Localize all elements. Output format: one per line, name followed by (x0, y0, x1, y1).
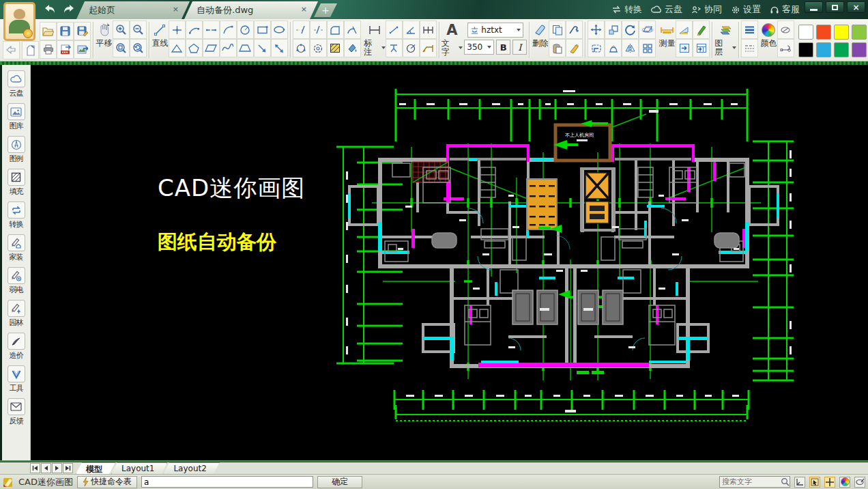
stamp-button[interactable] (605, 39, 622, 57)
sidebar-item-cloud[interactable]: 云盘 (3, 70, 30, 98)
aligned-dim-button[interactable] (386, 20, 403, 39)
double-arrow-tool-button[interactable] (271, 39, 288, 57)
open-file-button[interactable] (40, 22, 57, 40)
annotate-button[interactable] (693, 20, 710, 39)
support-button[interactable]: 客服 (770, 3, 800, 16)
tangent-arc-button[interactable] (344, 20, 361, 39)
collaborate-button[interactable]: 协同 (691, 3, 722, 16)
curve-tool-button[interactable] (220, 20, 237, 39)
layers-button[interactable] (717, 20, 734, 39)
select-mode-button[interactable] (809, 477, 820, 488)
export-pdf-button[interactable] (57, 40, 74, 59)
last-layout-button[interactable] (63, 463, 73, 473)
polygon-tool-button[interactable] (186, 39, 203, 57)
shortcut-commands-button[interactable]: 快捷命令表 (77, 476, 137, 488)
angular-dim-button[interactable] (403, 20, 420, 39)
view-3d-button[interactable] (639, 20, 656, 39)
drawing-canvas[interactable]: CAD迷你画图 图纸自动备份 (31, 65, 868, 460)
zoom-out-button[interactable] (130, 20, 147, 39)
radius-dim-button[interactable] (403, 39, 420, 57)
arrow-tool-button[interactable] (254, 39, 271, 57)
cloud-disk-button[interactable]: 云盘 (651, 3, 682, 16)
export-table-button[interactable] (693, 39, 710, 57)
undo-button[interactable] (3, 41, 20, 59)
donut-button[interactable] (310, 39, 327, 57)
font-select[interactable]: hztxt (467, 23, 523, 38)
tab-close-icon[interactable]: × (301, 5, 307, 14)
save-button[interactable] (57, 22, 74, 40)
ellipse-tool-button[interactable] (271, 20, 288, 39)
continue-dim-button[interactable] (420, 20, 437, 39)
forward-button[interactable] (61, 2, 76, 16)
trapezoid-tool-button[interactable] (237, 39, 254, 57)
first-layout-button[interactable] (30, 463, 40, 473)
copy-button[interactable] (549, 20, 566, 39)
sidebar-item-feedback[interactable]: 反馈 (3, 398, 30, 426)
tab-start-page[interactable]: 起始页 × (76, 1, 190, 19)
transparency-button[interactable] (777, 20, 794, 39)
erase-button[interactable] (532, 20, 549, 39)
save-as-button[interactable] (74, 22, 91, 40)
mirror-button[interactable] (622, 39, 639, 57)
color-swatch[interactable] (798, 25, 813, 40)
polar-array-button[interactable] (293, 39, 310, 57)
move-button[interactable] (588, 20, 605, 39)
zoom-previous-button[interactable] (130, 39, 147, 57)
tab-layout1[interactable]: Layout1 (111, 462, 167, 474)
export-image-button[interactable] (74, 40, 91, 59)
copy-with-point-button[interactable] (566, 20, 583, 39)
paste-button[interactable] (549, 39, 566, 57)
settings-button[interactable]: 设置 (731, 3, 761, 16)
background-color-button[interactable] (839, 477, 850, 488)
color-swatch[interactable] (834, 25, 849, 40)
sidebar-item-landscape[interactable]: 园林 (3, 300, 30, 328)
format-painter-button[interactable] (566, 39, 583, 57)
lineweight-button[interactable] (741, 20, 758, 39)
sidebar-item-legend[interactable]: 图例 (3, 136, 30, 164)
print-button[interactable] (40, 40, 57, 59)
new-tab-button[interactable]: + (314, 3, 337, 17)
confirm-button[interactable]: 确定 (317, 476, 362, 488)
color-swatch[interactable] (852, 42, 867, 57)
dimension-button[interactable] (366, 20, 383, 39)
sidebar-item-home-design[interactable]: 家装 (3, 234, 30, 262)
bold-button[interactable]: B (496, 40, 510, 55)
rotate-button[interactable] (622, 20, 639, 39)
tab-layout2[interactable]: Layout2 (163, 462, 219, 474)
measure-area-button[interactable] (676, 20, 693, 39)
color-swatch[interactable] (834, 42, 849, 57)
sidebar-item-cost[interactable]: 造价 (3, 333, 30, 361)
tab-close-icon[interactable]: × (173, 5, 179, 14)
crosshair-toggle-button[interactable] (824, 477, 835, 488)
sidebar-item-hatch[interactable]: 填充 (3, 169, 30, 197)
back-button[interactable] (42, 2, 57, 16)
sidebar-item-tools[interactable]: 工具 (3, 365, 30, 393)
ordinate-dim-button[interactable] (386, 39, 403, 57)
circle-tool-button[interactable] (237, 20, 254, 39)
minimize-button[interactable] (805, 1, 823, 13)
search-input[interactable] (720, 477, 781, 486)
color-swatch[interactable] (816, 25, 831, 40)
arc-tool-button[interactable] (186, 20, 203, 39)
trim-button[interactable] (293, 20, 310, 39)
construction-line-button[interactable] (169, 20, 186, 39)
fillet-button[interactable] (327, 20, 344, 39)
search-box[interactable] (719, 476, 790, 488)
next-layout-button[interactable] (52, 463, 62, 473)
color-swatch[interactable] (816, 42, 831, 57)
export-result-button[interactable] (676, 39, 693, 57)
pan-button[interactable] (96, 20, 113, 39)
prev-layout-button[interactable] (41, 463, 51, 473)
triangle-tool-button[interactable] (169, 39, 186, 57)
leader-dim-button[interactable] (420, 39, 437, 57)
draw-mode-button[interactable] (854, 477, 865, 488)
color-swatch[interactable] (798, 42, 813, 57)
color-wheel-button[interactable] (760, 20, 777, 39)
zoom-window-button[interactable] (113, 39, 130, 57)
spline-tool-button[interactable] (220, 39, 237, 57)
ucs-toggle-button[interactable] (794, 477, 805, 488)
hatch-button[interactable] (327, 39, 344, 57)
offset-button[interactable] (588, 39, 605, 57)
text-tool-button[interactable]: A (444, 20, 461, 39)
new-file-button[interactable] (22, 41, 39, 59)
